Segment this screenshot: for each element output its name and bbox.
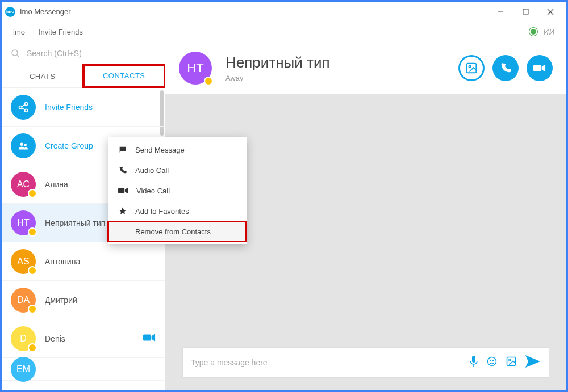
video-call-button[interactable] [527,55,553,81]
search-placeholder: Search (Ctrl+S) [27,49,82,58]
video-icon[interactable] [143,333,156,344]
audio-call-button[interactable] [492,55,519,81]
svg-point-23 [493,360,494,361]
menu-send-message[interactable]: Send Message [108,140,247,160]
contact-row[interactable]: DA Дмитрий [2,281,165,319]
svg-point-7 [19,106,22,108]
svg-rect-15 [143,334,151,340]
contact-name: Denis [45,334,143,343]
status-online-icon[interactable] [529,28,537,36]
app-icon: imo [5,7,15,17]
menu-audio-call[interactable]: Audio Call [108,160,247,180]
message-icon [118,145,127,154]
send-button[interactable] [525,355,541,370]
main: Search (Ctrl+S) CHATS CONTACTS Invite Fr… [2,41,566,390]
contact-row[interactable]: D Denis [2,319,165,358]
avatar: AS [11,249,36,274]
presence-away-icon [204,77,213,86]
avatar: HT [11,210,36,235]
menubar: imo Invite Friends ИИ [2,22,566,41]
search-input[interactable]: Search (Ctrl+S) [2,41,165,65]
message-input[interactable] [191,358,461,367]
chat-title-block: Непритный тип Away [225,54,330,82]
mic-icon[interactable] [469,355,478,370]
share-icon [11,95,36,120]
chat-header-actions [458,55,553,81]
svg-point-21 [488,357,496,366]
svg-point-8 [25,109,28,112]
svg-point-4 [12,50,18,56]
svg-point-17 [469,65,471,68]
svg-point-25 [509,359,511,361]
chat-contact-name: Непритный тип [225,54,330,71]
presence-away-icon [28,189,37,198]
svg-rect-1 [523,9,528,14]
invite-friends-label: Invite Friends [45,103,156,112]
phone-icon [118,166,127,175]
message-composer [182,347,549,378]
contact-row[interactable]: AS Антонина [2,242,165,281]
chat-status: Away [225,74,330,82]
minimize-button[interactable] [488,3,513,21]
gallery-button[interactable] [458,55,485,81]
svg-line-9 [22,104,25,106]
sidebar-tabs: CHATS CONTACTS [2,65,165,88]
video-icon [118,187,128,195]
tab-contacts[interactable]: CONTACTS [83,65,165,87]
avatar: DA [11,288,36,313]
avatar: D [11,326,36,351]
svg-point-6 [25,102,28,105]
menu-imo[interactable]: imo [13,28,25,36]
svg-point-22 [490,360,491,361]
svg-line-10 [22,108,25,109]
menu-add-favorites[interactable]: Add to Favorites [108,201,247,221]
svg-line-5 [17,55,19,57]
avatar: AC [11,172,36,197]
svg-rect-19 [472,356,475,363]
presence-away-icon [28,266,37,275]
user-initials[interactable]: ИИ [543,28,555,36]
emoji-icon[interactable] [486,356,498,369]
contact-row[interactable]: EM [2,358,165,381]
close-button[interactable] [538,3,563,21]
menu-remove-contact[interactable]: Remove from Contacts [108,221,247,242]
search-icon [11,49,20,58]
contact-name: Антонина [45,257,156,266]
presence-away-icon [28,305,37,314]
chat-header: HT Непритный тип Away [165,41,566,95]
svg-point-11 [20,142,24,146]
context-menu: Send Message Audio Call Video Call Add t… [108,137,247,244]
menu-video-call[interactable]: Video Call [108,180,247,201]
svg-rect-18 [533,65,541,71]
presence-away-icon [28,227,37,237]
avatar: EM [11,357,36,382]
group-icon [11,133,36,158]
titlebar: imo Imo Messenger [2,2,566,22]
svg-point-12 [24,143,27,146]
image-icon[interactable] [506,356,517,369]
star-icon [118,206,127,216]
chat-avatar[interactable]: HT [179,52,212,85]
menu-invite-friends[interactable]: Invite Friends [39,28,83,36]
tab-chats[interactable]: CHATS [2,65,83,87]
presence-away-icon [28,343,37,352]
maximize-button[interactable] [513,3,538,21]
window-title: Imo Messenger [20,7,71,16]
svg-rect-26 [118,188,124,193]
svg-rect-24 [507,357,516,366]
contact-name: Дмитрий [45,296,156,305]
sidebar-item-invite[interactable]: Invite Friends [2,88,165,127]
